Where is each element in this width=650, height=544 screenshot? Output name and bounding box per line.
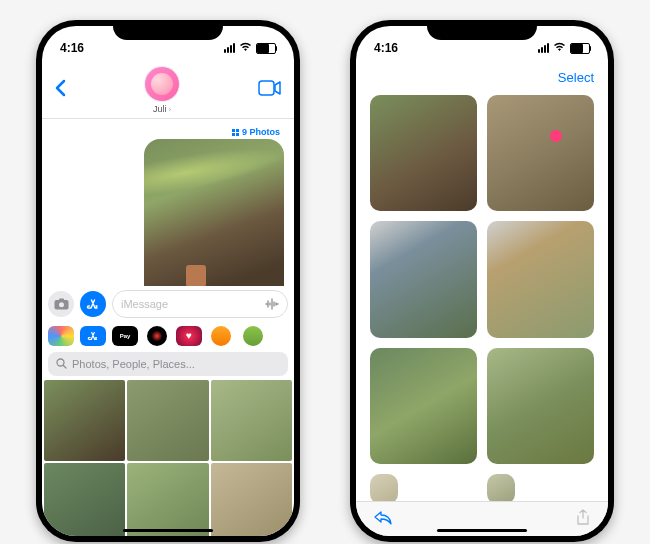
iphone-left: 4:16 Juli › <box>36 20 300 542</box>
wifi-icon <box>553 42 566 54</box>
photo-search-row: Photos, People, Places... <box>42 350 294 380</box>
status-right <box>538 42 590 54</box>
signal-icon <box>224 43 235 53</box>
thumb[interactable] <box>44 380 125 461</box>
app-strip[interactable]: Pay ♥ <box>42 322 294 350</box>
share-button[interactable] <box>576 509 590 530</box>
photo-thumb[interactable] <box>487 474 515 501</box>
svg-rect-0 <box>259 81 274 95</box>
photo-picker-grid[interactable] <box>42 380 294 537</box>
thumb[interactable] <box>127 380 208 461</box>
iphone-right: 4:16 Select <box>350 20 614 542</box>
input-row: iMessage <box>42 286 294 322</box>
messages-body[interactable]: 9 Photos <box>42 119 294 286</box>
notch <box>427 20 537 40</box>
app-chip-photos[interactable] <box>48 326 74 346</box>
thumb[interactable] <box>127 463 208 536</box>
svg-point-3 <box>59 302 64 307</box>
app-chip-appstore[interactable] <box>80 326 106 346</box>
thumb[interactable] <box>211 380 292 461</box>
screen-messages: 4:16 Juli › <box>42 26 294 536</box>
status-time: 4:16 <box>60 41 84 55</box>
photo-thumb[interactable] <box>370 474 398 501</box>
thumb[interactable] <box>211 463 292 536</box>
search-icon <box>56 358 67 369</box>
app-chip-fitness[interactable] <box>147 326 167 346</box>
screen-photo-select: 4:16 Select <box>356 26 608 536</box>
select-button[interactable]: Select <box>558 70 594 85</box>
audio-wave-icon[interactable] <box>265 298 279 310</box>
app-chip-memoji-1[interactable] <box>211 326 231 346</box>
appstore-apps-button[interactable] <box>80 291 106 317</box>
home-indicator[interactable] <box>437 529 527 532</box>
contact-name-label: Juli <box>153 104 167 114</box>
chevron-right-icon: › <box>168 105 171 114</box>
battery-icon <box>256 43 276 54</box>
photo-thumb[interactable] <box>487 348 594 464</box>
avatar <box>144 66 180 102</box>
reply-button[interactable] <box>374 510 392 529</box>
photo-thumb[interactable] <box>370 221 477 337</box>
photo-thumb[interactable] <box>487 221 594 337</box>
app-chip-applepay[interactable]: Pay <box>112 326 138 346</box>
message-placeholder: iMessage <box>121 298 168 310</box>
app-chip-memoji-2[interactable] <box>243 326 263 346</box>
photo-search-input[interactable]: Photos, People, Places... <box>48 352 288 376</box>
svg-line-5 <box>63 365 66 368</box>
back-button[interactable] <box>54 79 66 102</box>
app-chip-heart[interactable]: ♥ <box>176 326 202 346</box>
select-header: Select <box>356 66 608 91</box>
message-input[interactable]: iMessage <box>112 290 288 318</box>
photo-grid[interactable] <box>356 91 608 501</box>
facetime-button[interactable] <box>258 80 282 100</box>
home-indicator[interactable] <box>123 529 213 532</box>
wifi-icon <box>239 42 252 54</box>
svg-rect-2 <box>59 298 64 301</box>
notch <box>113 20 223 40</box>
thumb[interactable] <box>44 463 125 536</box>
status-time: 4:16 <box>374 41 398 55</box>
photo-thumb[interactable] <box>370 95 477 211</box>
search-placeholder: Photos, People, Places... <box>72 358 195 370</box>
grid-icon <box>232 129 239 136</box>
photo-thumb[interactable] <box>370 348 477 464</box>
battery-icon <box>570 43 590 54</box>
status-right <box>224 42 276 54</box>
photo-thumb[interactable] <box>487 95 594 211</box>
contact-header[interactable]: Juli › <box>144 66 180 114</box>
messages-header: Juli › <box>42 66 294 119</box>
signal-icon <box>538 43 549 53</box>
camera-button[interactable] <box>48 291 74 317</box>
photo-stack-count[interactable]: 9 Photos <box>52 125 284 139</box>
photo-message-bubble[interactable] <box>144 139 284 286</box>
